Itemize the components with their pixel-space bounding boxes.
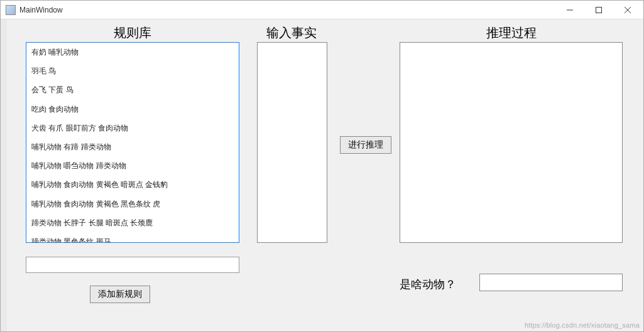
main-window: MainWindow 规则库 输入事实 推理过程 有奶 哺乳动物羽毛 鸟会飞 下… bbox=[0, 0, 644, 332]
facts-heading: 输入事实 bbox=[255, 24, 327, 41]
list-item[interactable]: 吃肉 食肉动物 bbox=[26, 100, 239, 119]
client-area: 规则库 输入事实 推理过程 有奶 哺乳动物羽毛 鸟会飞 下蛋 鸟吃肉 食肉动物犬… bbox=[1, 19, 643, 331]
add-rule-button[interactable]: 添加新规则 bbox=[90, 286, 150, 303]
process-textbox[interactable] bbox=[400, 42, 623, 243]
result-label: 是啥动物？ bbox=[400, 277, 456, 292]
watermark-text: https://blog.csdn.net/xiaotang_sama bbox=[525, 321, 640, 329]
list-item[interactable]: 哺乳动物 食肉动物 黄褐色 黑色条纹 虎 bbox=[26, 195, 239, 213]
infer-button[interactable]: 进行推理 bbox=[340, 136, 391, 154]
list-item[interactable]: 有奶 哺乳动物 bbox=[26, 43, 239, 62]
list-item[interactable]: 蹄类动物 长脖子 长腿 暗斑点 长颈鹿 bbox=[26, 213, 239, 232]
app-icon bbox=[6, 5, 16, 15]
process-heading: 推理过程 bbox=[400, 24, 623, 41]
svg-rect-1 bbox=[596, 7, 602, 13]
facts-textbox[interactable] bbox=[257, 42, 327, 243]
window-title: MainWindow bbox=[19, 6, 63, 14]
new-rule-input[interactable] bbox=[26, 257, 239, 273]
rules-listbox[interactable]: 有奶 哺乳动物羽毛 鸟会飞 下蛋 鸟吃肉 食肉动物犬齿 有爪 眼盯前方 食肉动物… bbox=[26, 42, 239, 243]
list-item[interactable]: 会飞 下蛋 鸟 bbox=[26, 80, 239, 99]
result-textbox[interactable] bbox=[479, 274, 623, 291]
titlebar: MainWindow bbox=[1, 1, 643, 19]
list-item[interactable]: 犬齿 有爪 眼盯前方 食肉动物 bbox=[26, 119, 239, 137]
minimize-button[interactable] bbox=[555, 1, 584, 19]
list-item[interactable]: 蹄类动物 黑色条纹 斑马 bbox=[26, 232, 239, 243]
close-button[interactable] bbox=[613, 1, 642, 19]
rules-heading: 规则库 bbox=[26, 24, 239, 41]
list-item[interactable]: 羽毛 鸟 bbox=[26, 62, 239, 80]
left-edge-strip bbox=[1, 19, 7, 331]
maximize-button[interactable] bbox=[584, 1, 613, 19]
list-item[interactable]: 哺乳动物 嚼刍动物 蹄类动物 bbox=[26, 156, 239, 175]
list-item[interactable]: 哺乳动物 有蹄 蹄类动物 bbox=[26, 137, 239, 156]
list-item[interactable]: 哺乳动物 食肉动物 黄褐色 暗斑点 金钱豹 bbox=[26, 175, 239, 194]
